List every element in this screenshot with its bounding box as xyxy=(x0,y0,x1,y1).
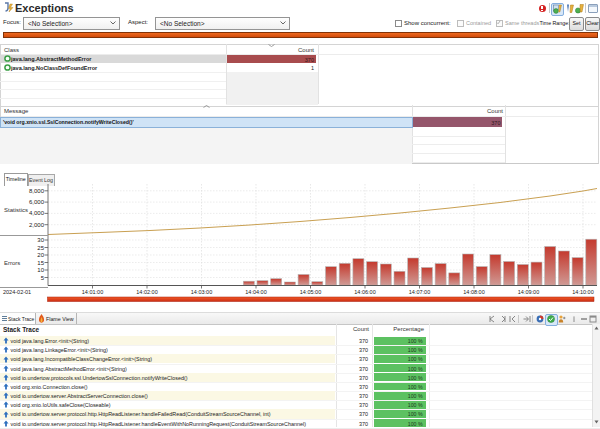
svg-text:14:07:00: 14:07:00 xyxy=(409,289,430,295)
svg-text:4,000: 4,000 xyxy=(29,210,45,216)
svg-text:14:08:00: 14:08:00 xyxy=(463,289,484,295)
svg-text:15: 15 xyxy=(37,260,44,266)
svg-text:6,000: 6,000 xyxy=(29,199,45,205)
svg-text:14:10:00: 14:10:00 xyxy=(572,289,593,295)
svg-text:Errors: Errors xyxy=(4,260,20,266)
svg-text:25: 25 xyxy=(37,245,44,251)
svg-text:5: 5 xyxy=(41,275,45,281)
svg-text:Statistics: Statistics xyxy=(4,207,28,213)
svg-text:14:05:00: 14:05:00 xyxy=(300,289,321,295)
svg-text:14:09:00: 14:09:00 xyxy=(518,289,539,295)
svg-text:10: 10 xyxy=(37,267,44,273)
svg-text:2024-02-01: 2024-02-01 xyxy=(3,289,31,295)
svg-text:14:06:00: 14:06:00 xyxy=(354,289,375,295)
svg-text:14:04:00: 14:04:00 xyxy=(245,289,266,295)
svg-text:14:01:00: 14:01:00 xyxy=(82,289,103,295)
svg-text:20: 20 xyxy=(37,252,44,258)
svg-text:2,000: 2,000 xyxy=(29,222,45,228)
svg-text:30: 30 xyxy=(37,237,44,243)
svg-text:14:03:00: 14:03:00 xyxy=(191,289,212,295)
svg-text:14:02:00: 14:02:00 xyxy=(136,289,157,295)
svg-text:8,000: 8,000 xyxy=(29,188,45,194)
